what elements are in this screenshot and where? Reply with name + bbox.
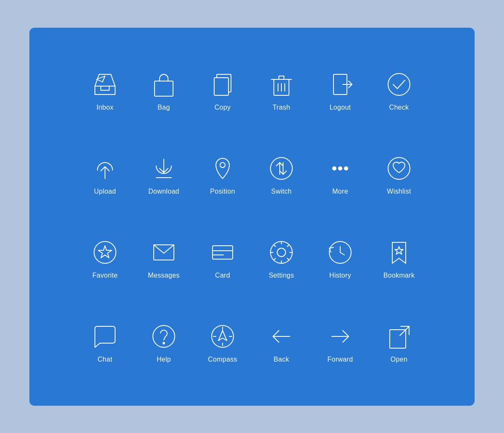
messages-icon [150, 238, 178, 267]
compass-label: Compass [208, 356, 237, 363]
back-label: Back [274, 356, 289, 363]
svg-rect-32 [213, 246, 233, 259]
svg-point-28 [388, 157, 410, 179]
more-label: More [332, 188, 348, 195]
compass-icon [208, 322, 237, 351]
logout-label: Logout [330, 104, 351, 111]
history-icon-item[interactable]: History [326, 238, 354, 279]
forward-label: Forward [328, 356, 353, 363]
open-icon [385, 322, 413, 351]
help-icon-item[interactable]: Help [150, 322, 178, 363]
wishlist-icon [385, 154, 413, 183]
bookmark-label: Bookmark [383, 272, 415, 279]
wishlist-label: Wishlist [387, 188, 411, 195]
check-icon-item[interactable]: Check [385, 70, 413, 111]
svg-rect-7 [214, 78, 228, 95]
favorite-label: Favorite [92, 272, 118, 279]
compass-icon-item[interactable]: Compass [208, 322, 237, 363]
bag-icon-item[interactable]: Bag [150, 70, 178, 111]
bookmark-icon-item[interactable]: Bookmark [383, 238, 415, 279]
bookmark-icon [385, 238, 413, 267]
wishlist-icon-item[interactable]: Wishlist [385, 154, 413, 195]
open-icon-item[interactable]: Open [385, 322, 413, 363]
open-label: Open [391, 356, 407, 363]
settings-icon-item[interactable]: Settings [267, 238, 296, 279]
download-icon [150, 154, 178, 183]
forward-icon [326, 322, 354, 351]
upload-label: Upload [94, 188, 116, 195]
svg-line-57 [400, 326, 409, 336]
copy-label: Copy [215, 104, 231, 111]
card-icon-item[interactable]: Card [208, 238, 237, 279]
svg-point-36 [277, 248, 286, 257]
check-label: Check [389, 104, 409, 111]
inbox-label: Inbox [97, 104, 114, 111]
svg-point-21 [220, 163, 225, 168]
copy-icon [208, 70, 237, 99]
svg-rect-11 [279, 76, 284, 79]
svg-line-42 [287, 258, 289, 260]
help-label: Help [157, 356, 171, 363]
download-label: Download [148, 188, 179, 195]
more-icon [326, 154, 354, 183]
card-icon [208, 238, 237, 267]
settings-label: Settings [269, 272, 294, 279]
help-icon [150, 322, 178, 351]
svg-point-48 [163, 342, 165, 344]
switch-icon-item[interactable]: Switch [267, 154, 296, 195]
icon-panel: Inbox Bag Copy [29, 28, 475, 406]
svg-rect-5 [155, 81, 173, 96]
svg-line-41 [274, 245, 276, 247]
logout-icon [326, 70, 354, 99]
svg-marker-30 [98, 246, 112, 258]
trash-icon-item[interactable]: Trash [267, 70, 296, 111]
forward-icon-item[interactable]: Forward [326, 322, 354, 363]
position-label: Position [210, 188, 235, 195]
upload-icon-item[interactable]: Upload [91, 154, 119, 195]
back-icon [267, 322, 296, 351]
position-icon [208, 154, 237, 183]
card-label: Card [215, 272, 230, 279]
settings-icon [267, 238, 296, 267]
inbox-icon-item[interactable]: Inbox [91, 70, 119, 111]
bag-label: Bag [158, 104, 170, 111]
svg-point-22 [270, 157, 292, 179]
svg-point-25 [333, 167, 336, 170]
back-icon-item[interactable]: Back [267, 322, 296, 363]
svg-point-27 [344, 167, 348, 170]
check-icon [385, 70, 413, 99]
download-icon-item[interactable]: Download [148, 154, 179, 195]
trash-icon [267, 70, 296, 99]
bag-icon [150, 70, 178, 99]
chat-icon [91, 322, 119, 351]
messages-icon-item[interactable]: Messages [148, 238, 179, 279]
switch-label: Switch [271, 188, 292, 195]
svg-point-17 [388, 73, 410, 95]
history-label: History [329, 272, 351, 279]
svg-line-43 [287, 245, 289, 247]
chat-label: Chat [98, 356, 113, 363]
favorite-icon-item[interactable]: Favorite [91, 238, 119, 279]
logout-icon-item[interactable]: Logout [326, 70, 354, 111]
messages-label: Messages [148, 272, 179, 279]
svg-line-44 [274, 258, 276, 260]
chat-icon-item[interactable]: Chat [91, 322, 119, 363]
svg-point-26 [339, 167, 342, 170]
history-icon [326, 238, 354, 267]
position-icon-item[interactable]: Position [208, 154, 237, 195]
inbox-icon [91, 70, 119, 99]
svg-marker-46 [395, 247, 403, 255]
switch-icon [267, 154, 296, 183]
copy-icon-item[interactable]: Copy [208, 70, 237, 111]
trash-label: Trash [273, 104, 290, 111]
more-icon-item[interactable]: More [326, 154, 354, 195]
icon-grid: Inbox Bag Copy [76, 49, 428, 385]
favorite-icon [91, 238, 119, 267]
svg-point-29 [94, 241, 116, 263]
upload-icon [91, 154, 119, 183]
